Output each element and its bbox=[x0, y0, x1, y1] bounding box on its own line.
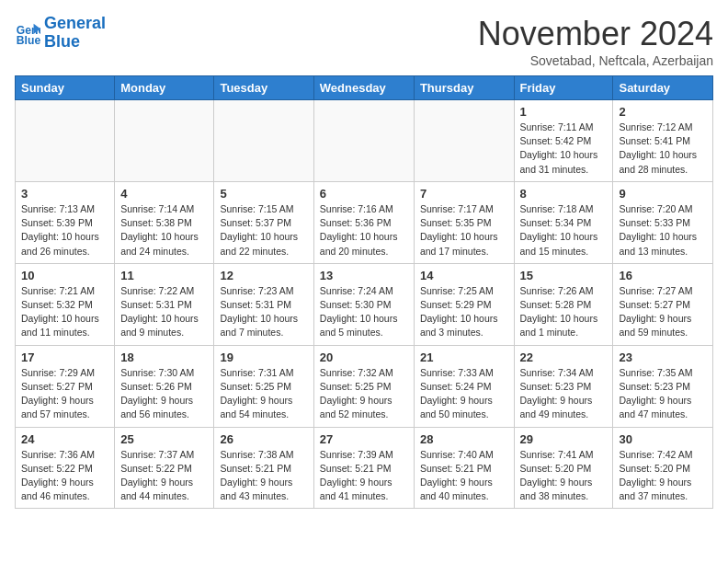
day-number: 12 bbox=[220, 269, 307, 282]
calendar-cell: 1Sunrise: 7:11 AM Sunset: 5:42 PM Daylig… bbox=[514, 100, 613, 182]
week-row-5: 24Sunrise: 7:36 AM Sunset: 5:22 PM Dayli… bbox=[16, 427, 713, 509]
day-info: Sunrise: 7:34 AM Sunset: 5:23 PM Dayligh… bbox=[520, 366, 608, 422]
week-row-3: 10Sunrise: 7:21 AM Sunset: 5:32 PM Dayli… bbox=[16, 263, 713, 345]
calendar-cell: 7Sunrise: 7:17 AM Sunset: 5:35 PM Daylig… bbox=[414, 181, 514, 263]
day-info: Sunrise: 7:18 AM Sunset: 5:34 PM Dayligh… bbox=[520, 202, 608, 259]
day-number: 18 bbox=[120, 350, 208, 364]
day-info: Sunrise: 7:14 AM Sunset: 5:38 PM Dayligh… bbox=[120, 202, 208, 259]
weekday-header-tuesday: Tuesday bbox=[214, 76, 313, 100]
day-number: 21 bbox=[420, 350, 508, 364]
day-info: Sunrise: 7:39 AM Sunset: 5:21 PM Dayligh… bbox=[320, 448, 408, 504]
calendar-cell: 30Sunrise: 7:42 AM Sunset: 5:20 PM Dayli… bbox=[613, 427, 713, 509]
calendar-cell: 15Sunrise: 7:26 AM Sunset: 5:28 PM Dayli… bbox=[514, 263, 613, 345]
calendar-cell: 8Sunrise: 7:18 AM Sunset: 5:34 PM Daylig… bbox=[514, 181, 613, 263]
day-number: 19 bbox=[220, 350, 307, 364]
day-info: Sunrise: 7:11 AM Sunset: 5:42 PM Dayligh… bbox=[520, 121, 608, 177]
month-title: November 2024 bbox=[478, 15, 713, 53]
calendar-cell: 24Sunrise: 7:36 AM Sunset: 5:22 PM Dayli… bbox=[16, 427, 115, 509]
day-info: Sunrise: 7:41 AM Sunset: 5:20 PM Dayligh… bbox=[520, 448, 608, 504]
logo-icon: General Blue bbox=[15, 20, 40, 46]
day-info: Sunrise: 7:23 AM Sunset: 5:31 PM Dayligh… bbox=[220, 284, 307, 340]
day-info: Sunrise: 7:21 AM Sunset: 5:32 PM Dayligh… bbox=[21, 284, 108, 340]
calendar-cell: 23Sunrise: 7:35 AM Sunset: 5:23 PM Dayli… bbox=[613, 345, 713, 427]
day-number: 7 bbox=[420, 187, 508, 201]
day-info: Sunrise: 7:35 AM Sunset: 5:23 PM Dayligh… bbox=[619, 366, 707, 422]
day-info: Sunrise: 7:24 AM Sunset: 5:30 PM Dayligh… bbox=[320, 284, 408, 340]
calendar-cell: 28Sunrise: 7:40 AM Sunset: 5:21 PM Dayli… bbox=[414, 427, 514, 509]
logo: General Blue General Blue bbox=[15, 15, 106, 52]
day-number: 15 bbox=[520, 269, 608, 282]
day-info: Sunrise: 7:22 AM Sunset: 5:31 PM Dayligh… bbox=[120, 284, 208, 340]
calendar-cell: 25Sunrise: 7:37 AM Sunset: 5:22 PM Dayli… bbox=[115, 427, 214, 509]
calendar-cell: 2Sunrise: 7:12 AM Sunset: 5:41 PM Daylig… bbox=[613, 100, 713, 182]
day-number: 10 bbox=[21, 269, 108, 282]
weekday-header-wednesday: Wednesday bbox=[313, 76, 414, 100]
day-number: 1 bbox=[520, 105, 608, 119]
day-number: 4 bbox=[120, 187, 208, 201]
calendar-cell: 14Sunrise: 7:25 AM Sunset: 5:29 PM Dayli… bbox=[414, 263, 514, 345]
day-info: Sunrise: 7:31 AM Sunset: 5:25 PM Dayligh… bbox=[220, 366, 307, 422]
day-number: 29 bbox=[520, 432, 608, 446]
week-row-4: 17Sunrise: 7:29 AM Sunset: 5:27 PM Dayli… bbox=[16, 345, 713, 427]
calendar-cell: 29Sunrise: 7:41 AM Sunset: 5:20 PM Dayli… bbox=[514, 427, 613, 509]
day-info: Sunrise: 7:12 AM Sunset: 5:41 PM Dayligh… bbox=[619, 121, 707, 177]
day-info: Sunrise: 7:38 AM Sunset: 5:21 PM Dayligh… bbox=[220, 448, 307, 504]
day-number: 11 bbox=[120, 269, 208, 282]
calendar-cell: 9Sunrise: 7:20 AM Sunset: 5:33 PM Daylig… bbox=[613, 181, 713, 263]
calendar-cell: 22Sunrise: 7:34 AM Sunset: 5:23 PM Dayli… bbox=[514, 345, 613, 427]
calendar-cell: 27Sunrise: 7:39 AM Sunset: 5:21 PM Dayli… bbox=[313, 427, 414, 509]
day-number: 17 bbox=[21, 350, 108, 364]
day-number: 30 bbox=[619, 432, 707, 446]
day-number: 5 bbox=[220, 187, 307, 201]
day-info: Sunrise: 7:16 AM Sunset: 5:36 PM Dayligh… bbox=[320, 202, 408, 259]
day-info: Sunrise: 7:30 AM Sunset: 5:26 PM Dayligh… bbox=[120, 366, 208, 422]
weekday-header-row: SundayMondayTuesdayWednesdayThursdayFrid… bbox=[16, 76, 713, 100]
week-row-1: 1Sunrise: 7:11 AM Sunset: 5:42 PM Daylig… bbox=[16, 100, 713, 182]
day-info: Sunrise: 7:42 AM Sunset: 5:20 PM Dayligh… bbox=[619, 448, 707, 504]
day-info: Sunrise: 7:15 AM Sunset: 5:37 PM Dayligh… bbox=[220, 202, 307, 259]
day-number: 27 bbox=[320, 432, 408, 446]
day-number: 6 bbox=[320, 187, 408, 201]
calendar-cell: 12Sunrise: 7:23 AM Sunset: 5:31 PM Dayli… bbox=[214, 263, 313, 345]
calendar-cell: 3Sunrise: 7:13 AM Sunset: 5:39 PM Daylig… bbox=[16, 181, 115, 263]
calendar-cell: 4Sunrise: 7:14 AM Sunset: 5:38 PM Daylig… bbox=[115, 181, 214, 263]
calendar-cell: 10Sunrise: 7:21 AM Sunset: 5:32 PM Dayli… bbox=[16, 263, 115, 345]
calendar-cell bbox=[214, 100, 313, 182]
day-number: 13 bbox=[320, 269, 408, 282]
calendar-cell: 11Sunrise: 7:22 AM Sunset: 5:31 PM Dayli… bbox=[115, 263, 214, 345]
calendar-cell bbox=[313, 100, 414, 182]
logo-blue: Blue bbox=[44, 32, 80, 51]
day-number: 25 bbox=[120, 432, 208, 446]
calendar-cell: 6Sunrise: 7:16 AM Sunset: 5:36 PM Daylig… bbox=[313, 181, 414, 263]
day-info: Sunrise: 7:20 AM Sunset: 5:33 PM Dayligh… bbox=[619, 202, 707, 259]
calendar-cell bbox=[16, 100, 115, 182]
weekday-header-thursday: Thursday bbox=[414, 76, 514, 100]
calendar-cell: 17Sunrise: 7:29 AM Sunset: 5:27 PM Dayli… bbox=[16, 345, 115, 427]
day-number: 3 bbox=[21, 187, 108, 201]
day-info: Sunrise: 7:13 AM Sunset: 5:39 PM Dayligh… bbox=[21, 202, 108, 259]
page-header: General Blue General Blue November 2024 … bbox=[15, 15, 713, 68]
calendar-cell: 20Sunrise: 7:32 AM Sunset: 5:25 PM Dayli… bbox=[313, 345, 414, 427]
svg-text:Blue: Blue bbox=[17, 34, 40, 46]
day-number: 23 bbox=[619, 350, 707, 364]
calendar-cell: 19Sunrise: 7:31 AM Sunset: 5:25 PM Dayli… bbox=[214, 345, 313, 427]
day-info: Sunrise: 7:29 AM Sunset: 5:27 PM Dayligh… bbox=[21, 366, 108, 422]
day-number: 2 bbox=[619, 105, 707, 119]
day-number: 16 bbox=[619, 269, 707, 282]
day-info: Sunrise: 7:25 AM Sunset: 5:29 PM Dayligh… bbox=[420, 284, 508, 340]
day-info: Sunrise: 7:17 AM Sunset: 5:35 PM Dayligh… bbox=[420, 202, 508, 259]
day-info: Sunrise: 7:36 AM Sunset: 5:22 PM Dayligh… bbox=[21, 448, 108, 504]
weekday-header-friday: Friday bbox=[514, 76, 613, 100]
calendar-cell bbox=[115, 100, 214, 182]
calendar-cell: 18Sunrise: 7:30 AM Sunset: 5:26 PM Dayli… bbox=[115, 345, 214, 427]
calendar-cell bbox=[414, 100, 514, 182]
logo-general: General bbox=[44, 14, 106, 32]
calendar-cell: 21Sunrise: 7:33 AM Sunset: 5:24 PM Dayli… bbox=[414, 345, 514, 427]
week-row-2: 3Sunrise: 7:13 AM Sunset: 5:39 PM Daylig… bbox=[16, 181, 713, 263]
calendar-table: SundayMondayTuesdayWednesdayThursdayFrid… bbox=[15, 75, 713, 509]
day-info: Sunrise: 7:33 AM Sunset: 5:24 PM Dayligh… bbox=[420, 366, 508, 422]
day-info: Sunrise: 7:37 AM Sunset: 5:22 PM Dayligh… bbox=[120, 448, 208, 504]
day-info: Sunrise: 7:26 AM Sunset: 5:28 PM Dayligh… bbox=[520, 284, 608, 340]
day-number: 22 bbox=[520, 350, 608, 364]
weekday-header-monday: Monday bbox=[115, 76, 214, 100]
